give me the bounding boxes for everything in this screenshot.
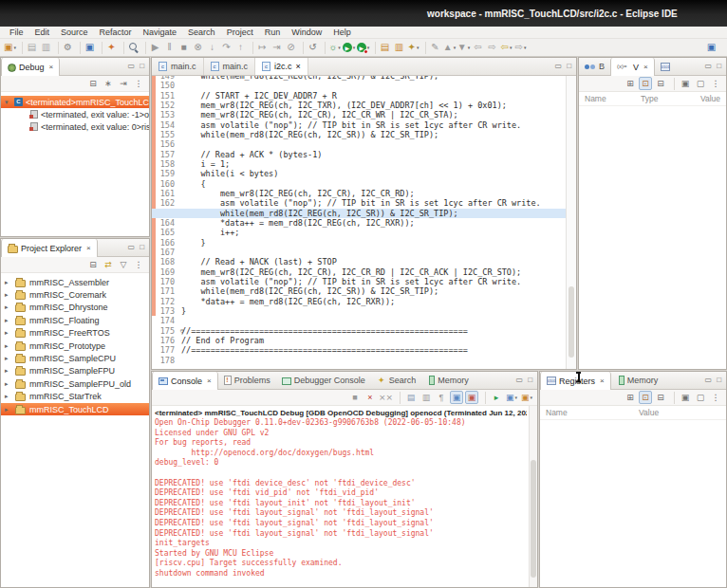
skip-breakpoints-button[interactable]: ⊘ [284,40,298,55]
code-line[interactable]: // End of Program [181,336,566,345]
code-line[interactable]: i++; [181,228,566,237]
new-button[interactable]: ▣▾ [3,40,17,55]
word-wrap-button[interactable]: ¶ [435,391,448,404]
project-item-mmrisc_coremark[interactable]: ▸mmRISC_Coremark [1,288,149,301]
remove-all-terminated-button[interactable]: ∗ [102,77,115,90]
code-line[interactable] [181,316,566,325]
next-annotation-button[interactable]: ▼▾ [457,40,471,55]
build-all-button[interactable]: ⚙ [61,40,75,55]
show-logical-structure-button[interactable]: ⊞ [624,391,637,404]
tab-problems[interactable]: Problems [218,372,276,389]
minimize-icon[interactable]: ▭ [705,63,713,70]
menu-file[interactable]: File [4,28,29,37]
maximize-icon[interactable]: □ [140,63,144,70]
code-line[interactable] [181,248,566,257]
filter-button[interactable]: ▽ [117,258,130,271]
project-item-mmrisc_samplecpu[interactable]: ▸mmRISC_SampleCPU [1,352,149,364]
step-return-button[interactable]: ↑ [233,40,248,55]
code-line[interactable]: mem_wr8(I2C_REG(ch, I2C_CR), I2C_CR_RD |… [181,267,566,277]
scroll-lock-button[interactable]: ▥ [419,391,433,404]
tab-search[interactable]: ✦Search [371,372,422,389]
code-line[interactable]: while(mem_rd8(I2C_REG(ch, I2C_SR)) & I2C… [181,286,566,296]
project-item-mmrisc_startrek[interactable]: ▸mmRISC_StarTrek [1,391,149,403]
tab-project-explorer[interactable]: Project Explorer × [1,239,98,257]
code-line[interactable]: { [181,179,566,189]
menu-run[interactable]: Run [259,28,287,37]
coverage-button[interactable]: ▤ [378,40,392,55]
code-line[interactable]: // Read + ACK * (bytes-1) [181,150,566,159]
close-icon[interactable]: × [296,62,301,71]
expander-icon[interactable]: ▸ [5,355,11,362]
expander-icon[interactable]: ▸ [5,406,11,413]
menu-search[interactable]: Search [182,28,221,37]
maximize-icon[interactable]: □ [717,63,721,70]
code-editor[interactable]: 1491501511521531541551561571581591601611… [152,76,576,369]
project-item-mmrisc_prototype[interactable]: ▸mmRISC_Prototype [1,340,149,352]
line-number[interactable]: 173 [152,306,177,316]
close-icon[interactable]: × [207,377,212,385]
code-line[interactable]: *data++ = mem_rd8(I2C_REG(ch, I2C_RXR)); [181,297,566,306]
disconnect-button[interactable]: ⊗ [191,40,205,55]
maximize-icon[interactable]: □ [717,377,721,384]
suspend-button[interactable]: ‖ [162,40,177,55]
code-line[interactable]: while(mem_rd8(I2C_REG(ch, I2C_SR)) & I2C… [152,209,566,218]
console-output-area[interactable]: <terminated> mmRISC_TouchLCD Debug [GDB … [152,406,537,587]
line-number[interactable]: 177 [152,345,177,355]
collapse-all-button[interactable]: ⊟ [654,77,667,90]
restart-button[interactable]: ↺ [306,40,320,55]
line-number[interactable]: 178 [152,356,177,365]
drop-to-frame-button[interactable]: ↦ [255,40,270,55]
expander-icon[interactable]: ▸ [5,342,11,350]
detail-pane-layout-button[interactable]: ▣ [679,77,692,90]
show-on-stderr-button[interactable]: ▣ [465,391,478,404]
project-item-mmrisc_samplefpu_old[interactable]: ▸mmRISC_SampleFPU_old [1,377,149,390]
collapse-all-button[interactable]: ⊟ [654,391,667,404]
view-menu-button[interactable]: ⋮ [132,258,145,271]
connect-button[interactable]: ⇥ [117,77,130,90]
instruction-stepping-button[interactable]: ⇥ [270,40,284,55]
save-button[interactable]: ▤ [25,40,39,55]
pin-console-button[interactable]: ▸ [490,391,503,404]
collapse-all-button[interactable]: ⊟ [86,77,100,90]
memory-tab[interactable]: Memory [611,372,664,389]
close-icon[interactable]: × [643,63,648,71]
expander-icon[interactable]: ▸ [5,317,11,324]
minimize-icon[interactable]: ▭ [555,63,563,70]
line-number-ruler[interactable]: 1491501511521531541551561571581591601611… [152,76,177,369]
editor-tab-main.c-0[interactable]: cmain.c [152,58,204,75]
code-line[interactable]: mem_wr8(I2C_REG(ch, I2C_TXR), (I2C_DEV_A… [181,101,566,110]
line-number[interactable]: 159 [152,169,177,178]
terminate-button[interactable]: ■ [348,391,362,404]
detail-pane-button[interactable]: ▢ [694,77,707,90]
line-number[interactable]: 171 [152,286,177,296]
menu-project[interactable]: Project [221,28,259,37]
show-columns-button[interactable]: ⊡ [639,391,652,404]
menu-source[interactable]: Source [55,28,94,37]
expander-icon[interactable]: ▸ [5,303,11,311]
line-number[interactable]: 176 [152,336,177,345]
open-perspective-button[interactable]: ▣ [704,40,718,55]
code-line[interactable]: while(i < bytes) [181,169,566,178]
project-item-mmrisc_touchlcd[interactable]: ▸mmRISC_TouchLCD [1,403,149,415]
last-edit-location-button[interactable]: ⇦ [471,40,485,55]
console-scrollbar-thumb[interactable] [531,460,536,578]
project-item-mmrisc_freertos[interactable]: ▸mmRISC_FreeRTOS [1,327,149,340]
debug-button[interactable]: ☼▾ [327,40,342,55]
view-menu-button[interactable]: ⋮ [709,391,722,404]
close-icon[interactable]: × [600,377,605,385]
line-number[interactable]: 170 [152,277,177,286]
editor-scrollbar-thumb[interactable] [569,286,574,357]
line-number[interactable]: 150 [152,81,177,90]
flashlight-search-button[interactable]: ✦▾ [406,40,420,55]
expander-icon[interactable]: ▸ [5,329,11,337]
project-item-mmrisc_assembler[interactable]: ▸mmRISC_Assembler [1,276,149,288]
line-number[interactable]: 172 [152,297,177,306]
project-item-mmrisc_samplefpu[interactable]: ▸mmRISC_SampleFPU [1,365,149,377]
terminate-button[interactable]: ■ [177,40,191,55]
line-number[interactable]: 167 [152,248,177,257]
detail-pane-layout-button[interactable]: ▣ [679,391,692,404]
tab-debug[interactable]: Debug × [1,58,60,76]
expander-icon[interactable]: ▸ [5,393,11,400]
code-line[interactable]: } [181,238,566,248]
console-scrollbar[interactable] [529,406,537,587]
